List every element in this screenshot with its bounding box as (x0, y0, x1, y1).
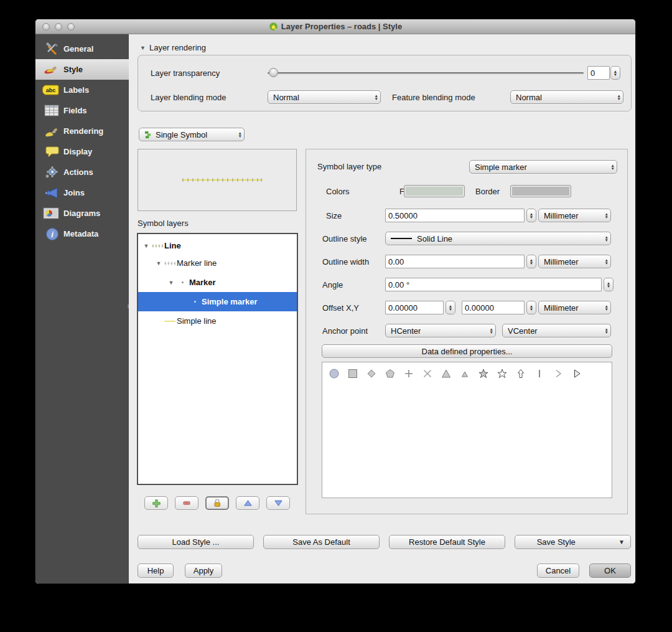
marker-shape-chevron[interactable] (549, 366, 567, 382)
abc-tag-icon: abc (40, 85, 59, 95)
sidebar-item-label: Fields (63, 106, 87, 115)
sidebar-item-general[interactable]: General (35, 39, 129, 59)
window-titlebar[interactable]: Layer Properties – roads | Style (35, 19, 635, 34)
layer-transparency-stepper[interactable] (610, 66, 620, 80)
tree-row-line[interactable]: Line (138, 234, 297, 253)
marker-shape-arrow[interactable] (511, 366, 530, 382)
marker-shape-square[interactable] (343, 366, 362, 382)
marker-shape-cross2[interactable] (418, 366, 437, 382)
move-layer-down-button[interactable] (266, 496, 290, 510)
layer-transparency-label: Layer transparency (151, 68, 220, 78)
save-as-default-button[interactable]: Save As Default (263, 535, 380, 549)
angle-stepper[interactable] (604, 278, 614, 291)
layer-blending-select[interactable]: Normal (268, 90, 381, 104)
tree-row-marker[interactable]: Marker (138, 273, 297, 292)
marker-shape-diamond[interactable] (362, 366, 381, 382)
size-stepper[interactable] (526, 209, 536, 222)
fill-color-swatch[interactable] (404, 185, 465, 197)
feature-blending-select[interactable]: Normal (510, 90, 623, 104)
move-layer-up-button[interactable] (236, 496, 259, 510)
offset-x-input[interactable] (385, 301, 444, 314)
save-style-button[interactable]: Save Style (515, 535, 631, 549)
chart-icon (40, 207, 59, 219)
marker-shape-pentagon[interactable] (381, 366, 399, 382)
marker-shape-star[interactable] (474, 366, 493, 382)
tree-row-simple-marker[interactable]: Simple marker (138, 292, 297, 311)
minimize-button[interactable] (55, 23, 62, 31)
border-label: Border (475, 187, 500, 196)
desktop-background: Layer Properties – roads | Style General… (0, 0, 672, 632)
dropdown-arrows-icon (372, 94, 378, 101)
marker-shape-cross[interactable] (399, 366, 418, 382)
offset-unit-select[interactable]: Millimeter (538, 301, 611, 314)
border-color-swatch[interactable] (510, 185, 571, 197)
outline-width-input[interactable] (385, 255, 525, 268)
dropdown-arrows-icon (487, 328, 493, 334)
help-button[interactable]: Help (138, 564, 174, 578)
sidebar-item-diagrams[interactable]: Diagrams (35, 203, 129, 224)
tools-icon (40, 42, 59, 57)
yellow-line-symbol-icon (163, 320, 177, 323)
sidebar-item-display[interactable]: Display (35, 141, 129, 162)
layer-properties-window: Layer Properties – roads | Style General… (35, 19, 636, 584)
close-button[interactable] (42, 23, 50, 31)
size-input[interactable] (385, 209, 525, 222)
data-defined-properties-button[interactable]: Data defined properties... (322, 344, 612, 358)
angle-input[interactable] (385, 278, 602, 291)
offset-y-input[interactable] (462, 301, 525, 314)
marker-shape-equilateral-triangle[interactable] (455, 366, 474, 382)
add-symbol-layer-button[interactable] (144, 496, 168, 510)
sidebar-item-actions[interactable]: Actions (35, 162, 129, 182)
dropdown-arrows-icon (602, 212, 609, 219)
dropdown-arrows-icon (236, 131, 242, 138)
data-defined-properties-label: Data defined properties... (422, 347, 513, 356)
sidebar-item-label: Labels (63, 85, 89, 95)
save-style-label: Save Style (537, 537, 576, 547)
dropdown-arrows-icon (609, 164, 615, 171)
sidebar-item-joins[interactable]: Joins (35, 182, 129, 203)
save-as-default-label: Save As Default (292, 537, 350, 547)
sidebar-item-labels[interactable]: abc Labels (35, 80, 129, 100)
slider-handle[interactable] (269, 68, 278, 77)
layer-transparency-slider[interactable] (268, 68, 584, 78)
expand-arrow-icon[interactable] (154, 260, 163, 266)
sidebar-item-fields[interactable]: Fields (35, 100, 129, 121)
layer-rendering-disclosure[interactable]: Layer rendering (140, 43, 206, 52)
outline-style-select[interactable]: Solid Line (385, 232, 611, 245)
load-style-button[interactable]: Load Style ... (138, 535, 254, 549)
sidebar-item-style[interactable]: Style (35, 59, 129, 80)
offset-x-stepper[interactable] (446, 301, 455, 314)
anchor-v-select[interactable]: VCenter (502, 324, 611, 337)
outline-width-stepper[interactable] (526, 255, 536, 268)
cancel-button[interactable]: Cancel (537, 564, 579, 578)
layer-blending-label: Layer blending mode (151, 93, 226, 102)
expand-arrow-icon[interactable] (167, 280, 175, 286)
lock-symbol-layer-button[interactable] (205, 496, 229, 510)
ok-button[interactable]: OK (589, 564, 631, 578)
offset-y-stepper[interactable] (526, 301, 536, 314)
expand-arrow-icon[interactable] (142, 243, 151, 249)
size-unit-select[interactable]: Millimeter (538, 209, 611, 222)
marker-shape-triangle[interactable] (437, 366, 455, 382)
remove-symbol-layer-button[interactable] (175, 496, 198, 510)
tree-row-marker-line[interactable]: Marker line (138, 253, 297, 273)
apply-button[interactable]: Apply (185, 564, 222, 578)
sidebar-item-metadata[interactable]: i Metadata (35, 224, 129, 244)
tree-row-simple-line[interactable]: Simple line (138, 311, 297, 331)
layer-transparency-value[interactable] (587, 66, 610, 80)
colors-label: Colors (326, 187, 350, 196)
minus-icon (182, 499, 192, 507)
zoom-button[interactable] (67, 23, 75, 31)
marker-shape-circle[interactable] (325, 366, 343, 382)
sidebar-item-label: Style (63, 65, 83, 74)
marker-shape-line[interactable] (530, 366, 549, 382)
marker-shape-filled-arrowhead[interactable] (567, 366, 586, 382)
symbol-layer-type-select[interactable]: Simple marker (469, 160, 617, 174)
anchor-h-select[interactable]: HCenter (385, 324, 496, 337)
renderer-select[interactable]: Single Symbol (139, 128, 245, 141)
outline-width-unit-select[interactable]: Millimeter (538, 255, 611, 268)
restore-default-style-button[interactable]: Restore Default Style (389, 535, 505, 549)
qgis-logo-icon (269, 22, 278, 31)
sidebar-item-rendering[interactable]: Rendering (35, 121, 129, 141)
marker-shape-regular-star[interactable] (493, 366, 511, 382)
